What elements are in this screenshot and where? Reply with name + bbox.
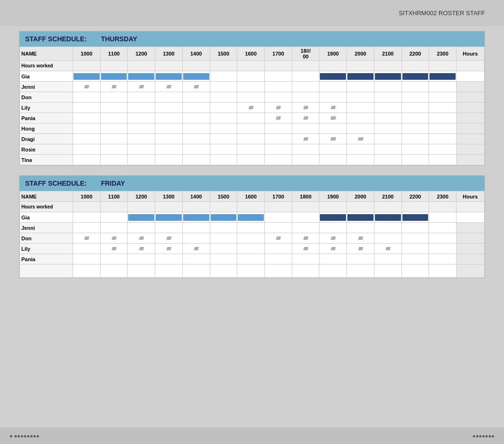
fri-don-1200: ////// bbox=[128, 233, 155, 244]
rosie-2200 bbox=[401, 144, 429, 155]
friday-hours-worked-row: Hours worked bbox=[20, 202, 485, 212]
rosie-1100 bbox=[100, 144, 128, 155]
lily-1900: ////// bbox=[319, 103, 347, 113]
pania-hours bbox=[456, 113, 484, 123]
rosie-1300 bbox=[155, 144, 183, 155]
hong-1600 bbox=[237, 123, 265, 134]
jenni-2100 bbox=[374, 82, 401, 92]
jenni-2200 bbox=[401, 82, 429, 92]
thursday-col-headers: NAME 1000 1100 1200 1300 1400 1500 1600 … bbox=[20, 47, 485, 61]
gia-1600 bbox=[237, 71, 265, 82]
lily-1600: ////// bbox=[237, 103, 265, 113]
fri-don-2200 bbox=[401, 233, 429, 244]
pania-2300 bbox=[429, 113, 457, 123]
pania-1100 bbox=[100, 113, 128, 123]
dragi-1800: ////// bbox=[292, 134, 319, 144]
col-hours: Hours bbox=[456, 47, 484, 61]
fri-col-1600: 1600 bbox=[237, 191, 265, 202]
gia-1800 bbox=[292, 71, 319, 82]
dragi-2200 bbox=[401, 134, 429, 144]
fri-hw-1200 bbox=[128, 202, 155, 212]
hong-1000 bbox=[73, 123, 100, 134]
tina-1300 bbox=[155, 155, 183, 165]
fri-jenni-hours bbox=[456, 223, 484, 233]
gia-hours bbox=[456, 71, 484, 82]
friday-jenni-row: Jenni bbox=[20, 223, 485, 233]
fri-don-2100 bbox=[374, 233, 401, 244]
rosie-1800 bbox=[292, 144, 319, 155]
hw-2000 bbox=[347, 61, 374, 71]
lily-1400 bbox=[182, 103, 210, 113]
fri-extra1-2300 bbox=[429, 265, 457, 278]
pania-1000 bbox=[73, 113, 100, 123]
don-hours bbox=[456, 92, 484, 103]
fri-jenni-2000 bbox=[347, 223, 374, 233]
hw-1200 bbox=[128, 61, 155, 71]
pania-1500 bbox=[210, 113, 237, 123]
lily-1500 bbox=[210, 103, 237, 113]
fri-hw-1000 bbox=[73, 202, 100, 212]
tina-1700 bbox=[264, 155, 292, 165]
don-1300 bbox=[155, 92, 183, 103]
fri-pania-2200 bbox=[401, 254, 429, 265]
thursday-pania-row: Pania ////// ////// /////// bbox=[20, 113, 485, 123]
fri-gia-bar-2000 bbox=[347, 212, 374, 223]
rosie-hours bbox=[456, 144, 484, 155]
gia-bar-2200 bbox=[401, 71, 429, 82]
top-bar: SITXHRM002 ROSTER STAFF bbox=[0, 0, 504, 26]
dragi-2300 bbox=[429, 134, 457, 144]
dragi-1000 bbox=[73, 134, 100, 144]
thursday-table: NAME 1000 1100 1200 1300 1400 1500 1600 … bbox=[19, 47, 485, 165]
hong-1500 bbox=[210, 123, 237, 134]
pania-1300 bbox=[155, 113, 183, 123]
col-1500: 1500 bbox=[210, 47, 237, 61]
fri-gia-1700 bbox=[264, 212, 292, 223]
thursday-gia-row: Gia bbox=[20, 71, 485, 82]
fri-hw-2300 bbox=[429, 202, 457, 212]
gia-bar-2300 bbox=[429, 71, 457, 82]
tina-1800 bbox=[292, 155, 319, 165]
friday-lily-row: Lily ////// ////// ////// ////// ////// … bbox=[20, 244, 485, 254]
fri-lily-2200 bbox=[401, 244, 429, 254]
hours-worked-label: Hours worked bbox=[20, 61, 73, 71]
fri-jenni-2100 bbox=[374, 223, 401, 233]
gia-bar-1400 bbox=[182, 71, 210, 82]
fri-extra1-1900 bbox=[319, 265, 347, 278]
rosie-1700 bbox=[264, 144, 292, 155]
pania-1900: /////// bbox=[319, 113, 347, 123]
jenni-1900 bbox=[319, 82, 347, 92]
pania-2200 bbox=[401, 113, 429, 123]
jenni-1400: ////// bbox=[182, 82, 210, 92]
fri-gia-label: Gia bbox=[20, 212, 73, 223]
lily-1200 bbox=[128, 103, 155, 113]
fri-jenni-1700 bbox=[264, 223, 292, 233]
fri-pania-1600 bbox=[237, 254, 265, 265]
fri-don-1600 bbox=[237, 233, 265, 244]
fri-pania-1000 bbox=[73, 254, 100, 265]
lily-hours bbox=[456, 103, 484, 113]
fri-extra1-hours bbox=[456, 265, 484, 278]
don-2100 bbox=[374, 92, 401, 103]
friday-gia-row: Gia bbox=[20, 212, 485, 223]
don-1800 bbox=[292, 92, 319, 103]
fri-col-1300: 1300 bbox=[155, 191, 183, 202]
don-1000 bbox=[73, 92, 100, 103]
friday-label: STAFF SCHEDULE: bbox=[25, 179, 87, 187]
fri-jenni-label: Jenni bbox=[20, 223, 73, 233]
fri-hw-1800 bbox=[292, 202, 319, 212]
tina-1900 bbox=[319, 155, 347, 165]
tina-1600 bbox=[237, 155, 265, 165]
jenni-1600 bbox=[237, 82, 265, 92]
fri-gia-bar-1300 bbox=[155, 212, 183, 223]
col-name: NAME bbox=[20, 47, 73, 61]
jenni-2300 bbox=[429, 82, 457, 92]
fri-extra1-1400 bbox=[182, 265, 210, 278]
don-label: Don bbox=[20, 92, 73, 103]
fri-gia-bar-1500 bbox=[210, 212, 237, 223]
pania-1700: ////// bbox=[264, 113, 292, 123]
tina-1400 bbox=[182, 155, 210, 165]
fri-lily-1200: ////// bbox=[128, 244, 155, 254]
fri-lily-1500 bbox=[210, 244, 237, 254]
gia-bar-1900 bbox=[319, 71, 347, 82]
fri-col-1500: 1500 bbox=[210, 191, 237, 202]
